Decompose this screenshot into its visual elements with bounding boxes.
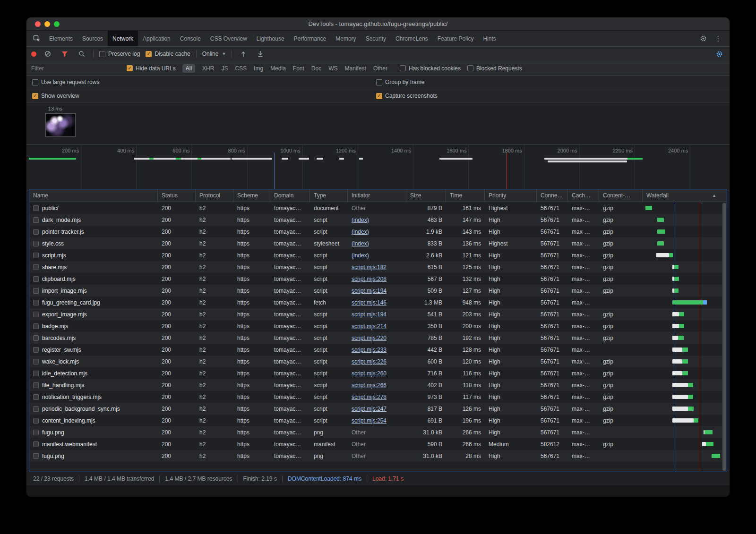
filter-type-doc[interactable]: Doc <box>311 65 321 72</box>
disable-cache-checkbox[interactable]: Disable cache <box>146 51 190 57</box>
initiator-link[interactable]: (index) <box>352 252 369 259</box>
request-row-file-handling-mjs[interactable]: file_handling.mjs200h2httpstomayac…scrip… <box>29 379 727 391</box>
filter-type-other[interactable]: Other <box>373 65 387 72</box>
throttling-select[interactable]: Online ▼ <box>202 51 226 57</box>
tab-hints[interactable]: Hints <box>478 31 500 46</box>
filter-type-img[interactable]: Img <box>254 65 263 72</box>
capture-screenshots-checkbox[interactable]: Capture screenshots <box>376 93 438 99</box>
column-header-cach[interactable]: Cach… <box>568 189 599 202</box>
column-header-status[interactable]: Status <box>158 189 196 202</box>
initiator-link[interactable]: script.mjs:194 <box>352 311 387 318</box>
initiator-link[interactable]: script.mjs:266 <box>352 382 387 389</box>
preserve-log-checkbox[interactable]: Preserve log <box>99 51 140 57</box>
tab-feature-policy[interactable]: Feature Policy <box>433 31 479 46</box>
column-header-time[interactable]: Time <box>446 189 485 202</box>
request-row-badge-mjs[interactable]: badge.mjs200h2httpstomayac…scriptscript.… <box>29 320 727 332</box>
show-overview-checkbox[interactable]: Show overview <box>32 93 79 99</box>
filter-funnel-icon[interactable] <box>59 48 70 59</box>
initiator-link[interactable]: script.mjs:254 <box>352 417 387 424</box>
more-options-icon[interactable]: ⋮ <box>713 33 724 44</box>
table-scrollbar[interactable] <box>722 202 727 472</box>
filter-type-all[interactable]: All <box>182 64 195 73</box>
tab-elements[interactable]: Elements <box>44 31 77 46</box>
initiator-link[interactable]: (index) <box>352 229 369 235</box>
request-row-periodic-background-sync-mjs[interactable]: periodic_background_sync.mjs200h2httpsto… <box>29 403 727 415</box>
initiator-link[interactable]: script.mjs:226 <box>352 358 387 365</box>
request-row-script-mjs[interactable]: script.mjs200h2httpstomayac…script(index… <box>29 249 727 261</box>
tab-chromelens[interactable]: ChromeLens <box>391 31 433 46</box>
import-har-icon[interactable] <box>238 48 249 59</box>
filter-type-ws[interactable]: WS <box>328 65 337 72</box>
minimize-window-button[interactable] <box>44 21 50 27</box>
column-header-type[interactable]: Type <box>310 189 348 202</box>
column-header-domain[interactable]: Domain <box>270 189 310 202</box>
request-row-barcodes-mjs[interactable]: barcodes.mjs200h2httpstomayac…scriptscri… <box>29 332 727 344</box>
column-header-name[interactable]: Name <box>29 189 158 202</box>
group-by-frame-checkbox[interactable]: Group by frame <box>376 79 424 85</box>
request-row-style-css[interactable]: style.css200h2httpstomayac…stylesheet(in… <box>29 237 727 249</box>
initiator-link[interactable]: script.mjs:260 <box>352 370 387 377</box>
request-row-register-sw-mjs[interactable]: register_sw.mjs200h2httpstomayac…scripts… <box>29 344 727 356</box>
filter-type-xhr[interactable]: XHR <box>202 65 214 72</box>
column-header-scheme[interactable]: Scheme <box>233 189 270 202</box>
zoom-window-button[interactable] <box>54 21 60 27</box>
use-large-request-rows-checkbox[interactable]: Use large request rows <box>32 79 99 85</box>
request-row-export-image-mjs[interactable]: export_image.mjs200h2httpstomayac…script… <box>29 308 727 320</box>
column-header-priority[interactable]: Priority <box>485 189 537 202</box>
request-row-content-indexing-mjs[interactable]: content_indexing.mjs200h2httpstomayac…sc… <box>29 415 727 426</box>
initiator-link[interactable]: script.mjs:220 <box>352 335 387 341</box>
search-icon[interactable] <box>76 48 87 59</box>
initiator-link[interactable]: (index) <box>352 217 369 223</box>
inspect-element-icon[interactable] <box>29 31 44 46</box>
initiator-link[interactable]: script.mjs:194 <box>352 288 387 294</box>
record-network-log-button[interactable] <box>31 51 36 57</box>
initiator-link[interactable]: (index) <box>352 240 369 247</box>
initiator-link[interactable]: script.mjs:208 <box>352 276 387 282</box>
close-window-button[interactable] <box>35 21 41 27</box>
request-row-manifest-webmanifest[interactable]: manifest.webmanifest200h2httpstomayac…ma… <box>29 438 727 450</box>
has-blocked-cookies-checkbox[interactable]: Has blocked cookies <box>400 65 461 72</box>
column-header-initiator[interactable]: Initiator <box>348 189 406 202</box>
initiator-link[interactable]: script.mjs:278 <box>352 394 387 400</box>
request-row-wake-lock-mjs[interactable]: wake_lock.mjs200h2httpstomayac…scriptscr… <box>29 356 727 367</box>
tab-console[interactable]: Console <box>175 31 206 46</box>
filmstrip-thumbnail[interactable] <box>45 113 76 137</box>
column-header-content[interactable]: Content-… <box>599 189 643 202</box>
blocked-requests-checkbox[interactable]: Blocked Requests <box>467 65 522 72</box>
filter-type-css[interactable]: CSS <box>235 65 247 72</box>
filter-type-js[interactable]: JS <box>221 65 228 72</box>
request-row-clipboard-mjs[interactable]: clipboard.mjs200h2httpstomayac…scriptscr… <box>29 273 727 285</box>
column-header-size[interactable]: Size <box>406 189 446 202</box>
request-row-idle-detection-mjs[interactable]: idle_detection.mjs200h2httpstomayac…scri… <box>29 367 727 379</box>
initiator-link[interactable]: script.mjs:182 <box>352 264 387 271</box>
filter-input[interactable] <box>31 65 120 72</box>
filter-type-manifest[interactable]: Manifest <box>345 65 366 72</box>
tab-security[interactable]: Security <box>361 31 391 46</box>
filter-type-media[interactable]: Media <box>270 65 286 72</box>
request-row-dark-mode-mjs[interactable]: dark_mode.mjs200h2httpstomayac…script(in… <box>29 214 727 226</box>
request-row-fugu-greeting-card-jpg[interactable]: fugu_greeting_card.jpg200h2httpstomayac…… <box>29 297 727 308</box>
request-row-public[interactable]: public/200h2httpstomayac…documentOther87… <box>29 202 727 214</box>
clear-network-log-icon[interactable] <box>42 48 53 59</box>
tab-sources[interactable]: Sources <box>77 31 108 46</box>
request-row-fugu-png[interactable]: fugu.png200h2httpstomayac…pngOther31.0 k… <box>29 450 727 462</box>
network-overview-timeline[interactable]: 200 ms400 ms600 ms800 ms1000 ms1200 ms14… <box>26 144 730 189</box>
tab-application[interactable]: Application <box>138 31 175 46</box>
hide-data-urls-checkbox[interactable]: Hide data URLs <box>127 65 176 72</box>
request-row-notification-triggers-mjs[interactable]: notification_triggers.mjs200h2httpstomay… <box>29 391 727 403</box>
initiator-link[interactable]: script.mjs:247 <box>352 406 387 412</box>
settings-gear-icon[interactable] <box>697 33 709 44</box>
tab-lighthouse[interactable]: Lighthouse <box>252 31 289 46</box>
export-har-icon[interactable] <box>255 48 266 59</box>
tab-performance[interactable]: Performance <box>289 31 331 46</box>
tab-css-overview[interactable]: CSS Overview <box>206 31 252 46</box>
network-conditions-gear-icon[interactable] <box>713 48 725 59</box>
column-header-protocol[interactable]: Protocol <box>196 189 233 202</box>
request-row-pointer-tracker-js[interactable]: pointer-tracker.js200h2httpstomayac…scri… <box>29 226 727 237</box>
request-row-share-mjs[interactable]: share.mjs200h2httpstomayac…scriptscript.… <box>29 261 727 273</box>
scrollbar-thumb[interactable] <box>722 203 726 471</box>
tab-network[interactable]: Network <box>108 31 138 46</box>
filter-type-font[interactable]: Font <box>293 65 304 72</box>
tab-memory[interactable]: Memory <box>331 31 361 46</box>
initiator-link[interactable]: script.mjs:233 <box>352 347 387 353</box>
